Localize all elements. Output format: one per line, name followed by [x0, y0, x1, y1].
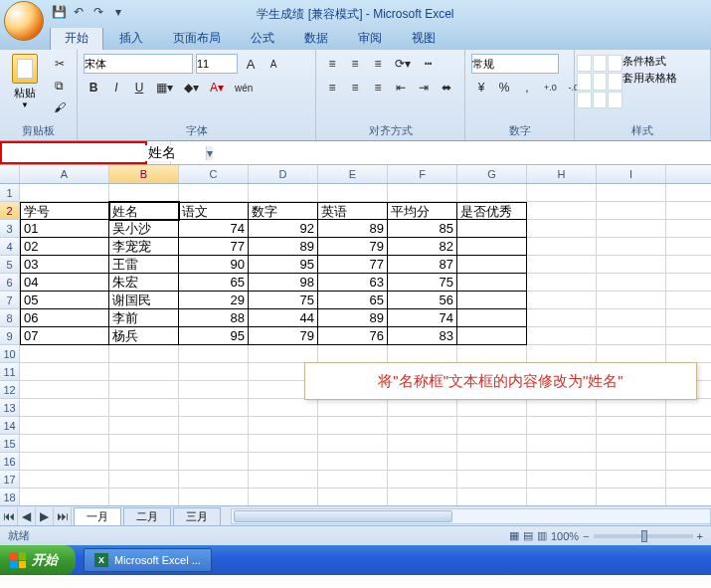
cell[interactable] [109, 184, 179, 202]
row-head-6[interactable]: 6 [0, 274, 20, 292]
tab-view[interactable]: 视图 [398, 27, 449, 50]
col-head-D[interactable]: D [249, 165, 318, 183]
cell[interactable] [457, 471, 527, 489]
zoom-knob[interactable] [641, 530, 647, 542]
name-box-dropdown[interactable]: ▾ [206, 146, 213, 160]
sheet-tab-2[interactable]: 二月 [123, 507, 171, 525]
name-box[interactable] [2, 145, 206, 161]
qat-dropdown-icon[interactable]: ▾ [109, 3, 127, 21]
cell[interactable]: 82 [388, 238, 457, 256]
cell[interactable]: 75 [249, 292, 318, 309]
cell[interactable] [457, 417, 527, 435]
cell[interactable]: 语文 [179, 202, 249, 220]
cell[interactable]: 王雷 [109, 256, 179, 274]
shrink-font-button[interactable]: A [264, 54, 283, 74]
font-size-combo[interactable] [196, 54, 238, 74]
cell[interactable]: 04 [20, 274, 109, 292]
row-head-2[interactable]: 2 [0, 202, 20, 220]
align-bottom-button[interactable]: ≡ [368, 54, 388, 74]
cell[interactable] [388, 184, 457, 202]
zoom-controls[interactable]: ▦ ▤ ▥ 100% − + [509, 529, 703, 542]
cell[interactable] [20, 471, 109, 489]
cell[interactable] [597, 417, 666, 435]
scroll-thumb[interactable] [234, 510, 452, 522]
merge-button[interactable]: ⬌ [437, 78, 456, 98]
col-head-C[interactable]: C [179, 165, 249, 183]
cell[interactable] [457, 399, 527, 417]
cell[interactable]: 李宠宠 [109, 238, 179, 256]
increase-decimal-button[interactable]: +.0 [540, 78, 561, 98]
cell[interactable] [597, 309, 666, 327]
cell[interactable]: 85 [388, 220, 457, 238]
align-middle-button[interactable]: ≡ [345, 54, 365, 74]
cells-area[interactable]: 学号姓名语文数字英语平均分是否优秀01吴小沙7492898502李宠宠77897… [20, 184, 711, 505]
cell[interactable] [527, 274, 597, 292]
cell[interactable] [20, 453, 109, 471]
table-format-label[interactable]: 套用表格格 [622, 71, 677, 86]
cell[interactable]: 数字 [249, 202, 318, 220]
cell[interactable] [666, 453, 711, 471]
row-head-1[interactable]: 1 [0, 184, 20, 202]
cell[interactable] [597, 220, 666, 238]
cell[interactable] [597, 238, 666, 256]
cell[interactable] [597, 435, 666, 453]
cell[interactable] [457, 309, 527, 327]
sheet-nav-next[interactable]: ▶ [36, 507, 54, 525]
cell[interactable] [109, 471, 179, 489]
cell[interactable]: 95 [179, 327, 249, 345]
cell[interactable] [666, 274, 711, 292]
zoom-in-button[interactable]: + [697, 530, 703, 542]
zoom-out-button[interactable]: − [583, 530, 589, 542]
cell[interactable] [20, 399, 109, 417]
cell[interactable]: 谢国民 [109, 292, 179, 309]
cell[interactable] [666, 417, 711, 435]
number-format-combo[interactable] [471, 54, 559, 74]
align-top-button[interactable]: ≡ [322, 54, 342, 74]
row-head-7[interactable]: 7 [0, 292, 20, 309]
cell[interactable] [666, 220, 711, 238]
tab-layout[interactable]: 页面布局 [159, 27, 235, 50]
cell[interactable]: 77 [179, 238, 249, 256]
undo-icon[interactable]: ↶ [70, 3, 88, 21]
cell[interactable] [666, 489, 711, 505]
cell[interactable] [457, 453, 527, 471]
fill-color-button[interactable]: ◆▾ [180, 78, 203, 98]
select-all-corner[interactable] [0, 165, 20, 183]
cell[interactable] [109, 435, 179, 453]
cell[interactable] [388, 489, 457, 505]
cell[interactable] [109, 381, 179, 399]
bold-button[interactable]: B [84, 78, 103, 98]
sheet-tab-3[interactable]: 三月 [173, 507, 221, 525]
cell[interactable] [20, 381, 109, 399]
col-head-I[interactable]: I [597, 165, 666, 183]
cell[interactable] [666, 435, 711, 453]
orientation-button[interactable]: ⟳▾ [391, 54, 415, 74]
zoom-level[interactable]: 100% [551, 530, 579, 542]
cell[interactable] [249, 453, 318, 471]
cell[interactable] [109, 399, 179, 417]
cell[interactable]: 是否优秀 [457, 202, 527, 220]
row-head-9[interactable]: 9 [0, 327, 20, 345]
col-head-G[interactable]: G [457, 165, 527, 183]
cell[interactable] [457, 256, 527, 274]
save-icon[interactable]: 💾 [50, 3, 68, 21]
cell[interactable] [388, 399, 457, 417]
cell[interactable]: 65 [179, 274, 249, 292]
cell[interactable] [388, 471, 457, 489]
cell[interactable]: 姓名 [109, 202, 179, 220]
comma-button[interactable]: , [517, 78, 537, 98]
cell[interactable]: 65 [318, 292, 388, 309]
cell[interactable] [666, 202, 711, 220]
copy-button[interactable]: ⧉ [49, 76, 72, 96]
cell[interactable] [597, 256, 666, 274]
view-normal-icon[interactable]: ▦ [509, 529, 519, 542]
cell[interactable]: 77 [318, 256, 388, 274]
cell[interactable]: 75 [388, 274, 457, 292]
grow-font-button[interactable]: A [241, 54, 261, 74]
cell[interactable] [388, 435, 457, 453]
cell[interactable]: 89 [318, 309, 388, 327]
zoom-slider[interactable] [594, 534, 693, 538]
cell[interactable]: 92 [249, 220, 318, 238]
cell[interactable]: 吴小沙 [109, 220, 179, 238]
format-painter-button[interactable]: 🖌 [49, 98, 72, 117]
